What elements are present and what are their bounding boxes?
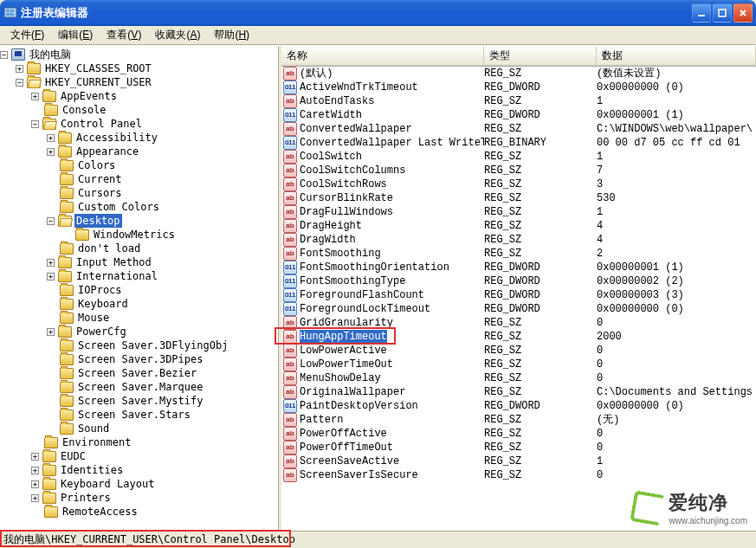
tree-node[interactable]: Cursors — [0, 186, 278, 200]
expander-icon[interactable]: + — [31, 453, 39, 461]
value-row[interactable]: CaretWidthREG_DWORD0x00000001 (1) — [281, 108, 756, 122]
maximize-button[interactable] — [713, 3, 732, 23]
value-row[interactable]: PaintDesktopVersionREG_DWORD0x00000000 (… — [281, 399, 756, 413]
column-header-data[interactable]: 数据 — [597, 46, 756, 66]
value-row[interactable]: CoolSwitchColumnsREG_SZ7 — [281, 164, 756, 177]
tree-node[interactable]: Screen Saver.Stars — [0, 408, 278, 422]
tree-node[interactable]: IOProcs — [0, 283, 278, 297]
tree-node[interactable]: Keyboard — [0, 297, 278, 311]
tree-node[interactable]: Colors — [0, 158, 278, 172]
value-row[interactable]: CursorBlinkRateREG_SZ530 — [281, 191, 756, 205]
value-row[interactable]: ForegroundLockTimeoutREG_DWORD0x00000000… — [281, 302, 756, 316]
value-row[interactable]: CoolSwitchRowsREG_SZ3 — [281, 177, 756, 191]
value-row[interactable]: AutoEndTasksREG_SZ1 — [281, 94, 756, 108]
value-row[interactable]: MenuShowDelayREG_SZ0 — [281, 371, 756, 385]
tree-node[interactable]: +EUDC — [0, 449, 278, 463]
tree-node[interactable]: Console — [0, 103, 278, 117]
value-row[interactable]: ScreenSaverIsSecureREG_SZ0 — [281, 468, 756, 482]
value-row[interactable]: OriginalWallpaperREG_SZC:\Documents and … — [281, 385, 756, 399]
expander-icon[interactable]: + — [47, 273, 55, 280]
string-value-icon — [283, 247, 297, 261]
value-row[interactable]: ActiveWndTrkTimeoutREG_DWORD0x00000000 (… — [281, 81, 756, 94]
string-value-icon — [283, 191, 297, 205]
expander-icon[interactable]: + — [47, 259, 55, 267]
value-row[interactable]: FontSmoothingTypeREG_DWORD0x00000002 (2) — [281, 274, 756, 288]
expander-icon[interactable]: + — [47, 134, 55, 142]
expander-icon[interactable]: + — [47, 328, 55, 336]
tree-node[interactable]: +Keyboard Layout — [0, 477, 278, 491]
tree-node[interactable]: don't load — [0, 242, 278, 255]
menu-收藏夹[interactable]: 收藏夹(A) — [148, 26, 207, 44]
tree-label: Screen Saver.Marquee — [76, 380, 205, 394]
value-row[interactable]: FontSmoothingREG_SZ2 — [281, 247, 756, 261]
value-row[interactable]: (默认)REG_SZ(数值未设置) — [281, 67, 756, 81]
value-row[interactable]: CoolSwitchREG_SZ1 — [281, 150, 756, 164]
value-row[interactable]: DragFullWindowsREG_SZ1 — [281, 205, 756, 219]
tree-node[interactable]: +Printers — [0, 491, 278, 505]
expander-icon[interactable]: − — [31, 120, 39, 128]
value-type: REG_SZ — [484, 164, 597, 177]
menu-查看[interactable]: 查看(V) — [100, 26, 148, 44]
menu-帮助[interactable]: 帮助(H) — [207, 26, 256, 44]
expander-icon[interactable]: + — [31, 494, 39, 502]
tree-node[interactable]: RemoteAccess — [0, 505, 278, 519]
minimize-button[interactable] — [692, 3, 711, 23]
tree-node[interactable]: −我的电脑 — [0, 48, 278, 61]
tree-node[interactable]: Screen Saver.3DFlyingObj — [0, 338, 278, 352]
tree-node[interactable]: −Desktop — [0, 214, 278, 228]
expander-icon[interactable]: + — [31, 93, 39, 100]
value-type: REG_SZ — [484, 413, 597, 427]
value-row[interactable]: LowPowerTimeOutREG_SZ0 — [281, 358, 756, 371]
value-row[interactable]: FontSmoothingOrientationREG_DWORD0x00000… — [281, 261, 756, 274]
expander-icon[interactable]: + — [47, 148, 55, 156]
tree-node[interactable]: −Control Panel — [0, 117, 278, 131]
expander-icon[interactable]: − — [16, 79, 23, 87]
value-data: 0 — [597, 344, 756, 358]
value-row[interactable]: DragWidthREG_SZ4 — [281, 233, 756, 247]
value-row[interactable]: PowerOffActiveREG_SZ0 — [281, 427, 756, 441]
value-row[interactable]: PatternREG_SZ(无) — [281, 413, 756, 427]
expander-icon[interactable]: + — [31, 480, 39, 488]
menu-文件[interactable]: 文件(F) — [3, 26, 51, 44]
tree-node[interactable]: Environment — [0, 435, 278, 449]
value-row[interactable]: ConvertedWallpaperREG_SZC:\WINDOWS\web\w… — [281, 122, 756, 136]
tree-node[interactable]: WindowMetrics — [0, 228, 278, 242]
value-data: 4 — [597, 219, 756, 233]
column-header-type[interactable]: 类型 — [484, 46, 597, 66]
value-row[interactable]: ScreenSaveActiveREG_SZ1 — [281, 455, 756, 468]
value-row[interactable]: HungAppTimeoutREG_SZ2000 — [281, 330, 756, 344]
tree-node[interactable]: +International — [0, 269, 278, 283]
tree-node[interactable]: Mouse — [0, 311, 278, 325]
column-header-name[interactable]: 名称 — [281, 46, 484, 66]
expander-icon[interactable]: − — [47, 217, 55, 225]
value-row[interactable]: GridGranularityREG_SZ0 — [281, 316, 756, 330]
tree-node[interactable]: Screen Saver.Marquee — [0, 380, 278, 394]
tree-node[interactable]: +HKEY_CLASSES_ROOT — [0, 61, 278, 75]
value-row[interactable]: ForegroundFlashCountREG_DWORD0x00000003 … — [281, 288, 756, 302]
tree-node[interactable]: Screen Saver.3DPipes — [0, 352, 278, 366]
tree-node[interactable]: −HKEY_CURRENT_USER — [0, 75, 278, 89]
menu-编辑[interactable]: 编辑(E) — [51, 26, 100, 44]
expander-icon[interactable]: − — [0, 51, 8, 59]
tree-node[interactable]: +Identities — [0, 463, 278, 477]
value-row[interactable]: DragHeightREG_SZ4 — [281, 219, 756, 233]
tree-node[interactable]: +Appearance — [0, 145, 278, 158]
expander-icon[interactable]: + — [16, 65, 23, 73]
tree-node[interactable]: Screen Saver.Mystify — [0, 394, 278, 408]
value-row[interactable]: ConvertedWallpaper Last WriteTimeREG_BIN… — [281, 136, 756, 150]
tree-node[interactable]: +AppEvents — [0, 89, 278, 103]
expander-icon[interactable]: + — [31, 467, 39, 474]
value-row[interactable]: PowerOffTimeOutREG_SZ0 — [281, 441, 756, 455]
tree-node[interactable]: +Accessibility — [0, 131, 278, 145]
tree-pane[interactable]: −我的电脑+HKEY_CLASSES_ROOT−HKEY_CURRENT_USE… — [0, 46, 279, 531]
close-button[interactable] — [733, 3, 753, 23]
tree-node[interactable]: Custom Colors — [0, 200, 278, 214]
tree-label: RemoteAccess — [61, 505, 139, 519]
tree-node[interactable]: Screen Saver.Bezier — [0, 366, 278, 380]
value-list-pane[interactable]: 名称 类型 数据 (默认)REG_SZ(数值未设置)ActiveWndTrkTi… — [281, 46, 756, 531]
value-row[interactable]: LowPowerActiveREG_SZ0 — [281, 344, 756, 358]
tree-node[interactable]: +PowerCfg — [0, 325, 278, 338]
tree-node[interactable]: Current — [0, 172, 278, 186]
tree-node[interactable]: Sound — [0, 422, 278, 435]
tree-node[interactable]: +Input Method — [0, 255, 278, 269]
